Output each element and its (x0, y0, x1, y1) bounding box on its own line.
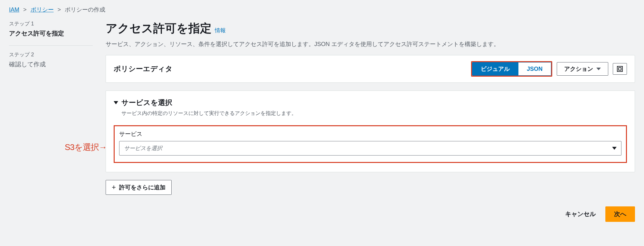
chevron-down-icon (612, 147, 617, 150)
actions-label: アクション (564, 65, 593, 73)
chevron-right-icon: > (23, 6, 27, 13)
page-title: アクセス許可を指定 (106, 21, 212, 36)
annotation-text: S3を選択→ (65, 142, 107, 153)
json-mode-button[interactable]: JSON (518, 62, 551, 76)
section-title: サービスを選択 (121, 98, 172, 108)
chevron-right-icon: > (58, 6, 61, 13)
page-description: サービス、アクション、リソース、条件を選択してアクセス許可を追加します。JSON… (106, 40, 635, 48)
fullscreen-icon (617, 66, 623, 72)
service-panel: サービスを選択 サービス内の特定のリソースに対して実行できるアクションを指定しま… (106, 90, 635, 172)
main-content: アクセス許可を指定 情報 サービス、アクション、リソース、条件を選択してアクセス… (106, 21, 635, 222)
expand-button[interactable] (613, 63, 627, 75)
info-link[interactable]: 情報 (215, 27, 226, 34)
highlighted-field: S3を選択→ サービス サービスを選択 (114, 125, 627, 163)
collapse-toggle-icon[interactable] (114, 101, 118, 104)
step-title: アクセス許可を指定 (9, 29, 93, 38)
step-label: ステップ 1 (9, 21, 93, 27)
step-divider (9, 45, 93, 46)
actions-dropdown-button[interactable]: アクション (557, 62, 608, 76)
step-1[interactable]: ステップ 1 アクセス許可を指定 (9, 21, 93, 42)
footer-actions: キャンセル 次へ (106, 206, 635, 222)
add-permission-label: 許可をさらに追加 (119, 184, 166, 191)
breadcrumb-iam[interactable]: IAM (9, 6, 19, 13)
policy-editor-panel: ポリシーエディタ ビジュアル JSON アクション (106, 55, 635, 83)
step-label: ステップ 2 (9, 52, 93, 58)
select-placeholder: サービスを選択 (124, 145, 162, 152)
service-field-label: サービス (119, 130, 621, 138)
steps-sidebar: ステップ 1 アクセス許可を指定 ステップ 2 確認して作成 (9, 21, 93, 222)
breadcrumb-policies[interactable]: ポリシー (31, 6, 54, 14)
step-2[interactable]: ステップ 2 確認して作成 (9, 52, 93, 73)
breadcrumb-current: ポリシーの作成 (65, 6, 105, 14)
next-button[interactable]: 次へ (605, 206, 635, 222)
visual-mode-button[interactable]: ビジュアル (472, 62, 518, 76)
section-description: サービス内の特定のリソースに対して実行できるアクションを指定します。 (114, 110, 627, 117)
breadcrumb: IAM > ポリシー > ポリシーの作成 (9, 6, 635, 14)
panel-title: ポリシーエディタ (114, 64, 173, 74)
caret-down-icon (596, 68, 601, 70)
step-title: 確認して作成 (9, 60, 93, 69)
cancel-button[interactable]: キャンセル (561, 206, 600, 222)
plus-icon: + (112, 184, 116, 191)
editor-mode-toggle: ビジュアル JSON (471, 61, 552, 77)
service-select[interactable]: サービスを選択 (119, 141, 621, 156)
add-permission-button[interactable]: + 許可をさらに追加 (106, 180, 172, 195)
